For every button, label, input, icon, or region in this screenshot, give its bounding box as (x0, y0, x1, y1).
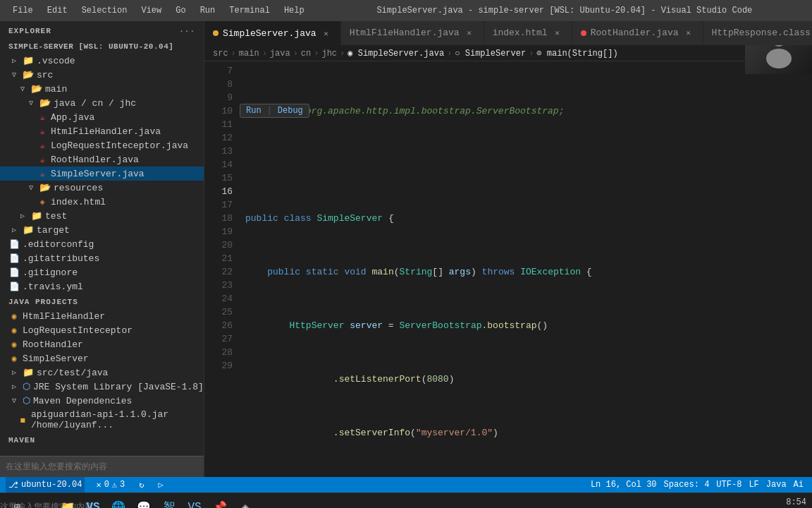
line-numbers: 7 8 9 10 11 12 13 14 15 16 17 18 19 20 2… (204, 61, 240, 477)
breadcrumb-java[interactable]: java (270, 49, 290, 59)
breadcrumb-main-method[interactable]: ⊙ main(String[]) (536, 48, 617, 59)
java-file-icon: ☕ (37, 168, 48, 179)
folder-open-icon: 📂 (39, 97, 51, 109)
explorer-header[interactable]: EXPLORER ··· (0, 21, 204, 41)
status-encoding[interactable]: UTF-8 (713, 480, 744, 490)
taskbar-smartisans[interactable]: 智 (158, 496, 180, 509)
breadcrumb-jhc[interactable]: jhc (321, 49, 337, 59)
tree-apiguardian[interactable]: ◼ apiguardian-api-1.1.0.jar /home/luyanf… (0, 408, 204, 432)
tree-item-label: App.java (51, 112, 94, 123)
tree-jre-system[interactable]: ▷ ⬡ JRE System Library [JavaSE-1.8] (0, 380, 204, 394)
status-sync[interactable]: ↻ (136, 477, 147, 492)
status-errors[interactable]: ✕ 0 ⚠ 3 (93, 477, 128, 492)
code-line-13: .setServerInfo("myserver/1.0") (242, 426, 812, 440)
statusbar: ⎇ ubuntu-20.04 ✕ 0 ⚠ 3 ↻ ▷ Ln 16, Col 30… (0, 477, 812, 492)
tree-vscode[interactable]: ▷ 📁 .vscode (0, 54, 204, 68)
code-line-7: import org.apache.http.impl.bootstrap.Se… (242, 104, 812, 118)
menu-edit[interactable]: Edit (42, 4, 73, 17)
breadcrumb-simpleserver-file[interactable]: ◉ SimpleServer.java (347, 48, 444, 59)
tab-httpresponse[interactable]: HttpResponse.class ✕ (703, 21, 813, 45)
taskbar-browser1[interactable]: 🌐 (107, 496, 130, 509)
taskbar-tray[interactable]: 8:54 2021/9/1 (784, 496, 806, 509)
taskbar-search[interactable] (31, 496, 54, 509)
menu-help[interactable]: Help (278, 4, 310, 17)
tab-label: SimpleServer.java (223, 28, 316, 39)
tab-htmlfilehandler[interactable]: HtmlFileHandler.java ✕ (341, 21, 484, 45)
titlebar-menu: File Edit Selection View Go Run Terminal… (7, 4, 310, 17)
tree-simpleserver[interactable]: ☕ SimpleServer.java (0, 167, 204, 181)
tree-gitignore[interactable]: 📄 .gitignore (0, 265, 204, 279)
status-run-debug[interactable]: ▷ (156, 477, 166, 492)
tab-close-button[interactable]: ✕ (321, 28, 332, 39)
status-language[interactable]: Java (763, 480, 789, 490)
breadcrumb-src[interactable]: src (213, 49, 228, 59)
taskbar-vscode[interactable]: VS (82, 496, 104, 509)
jp-roothandler[interactable]: ◉ RootHandler (0, 337, 204, 351)
debug-link[interactable]: Debug (278, 106, 303, 116)
ai-label: Ai (794, 480, 804, 490)
status-line-ending[interactable]: LF (746, 480, 761, 490)
tree-htmlfilehandler[interactable]: ☕ HtmlFileHandler.java (0, 124, 204, 138)
breadcrumb-sep: › (231, 49, 236, 59)
warning-count: 3 (120, 480, 125, 490)
titlebar: File Edit Selection View Go Run Terminal… (0, 0, 812, 21)
search-input[interactable] (6, 462, 198, 472)
run-link[interactable]: Run (246, 106, 262, 116)
chevron-right-icon: ▷ (8, 367, 20, 378)
menu-go[interactable]: Go (170, 4, 191, 17)
tree-item-label: JRE System Library [JavaSE-1.8] (33, 382, 204, 392)
menu-file[interactable]: File (7, 4, 39, 17)
tree-gitattributes[interactable]: 📄 .gitattributes (0, 251, 204, 265)
status-branch[interactable]: ⎇ ubuntu-20.04 (6, 477, 85, 492)
bottom-search[interactable] (0, 456, 204, 477)
breadcrumb-main[interactable]: main (239, 49, 259, 59)
tree-app-java[interactable]: ☕ App.java (0, 110, 204, 124)
code-lines[interactable]: import org.apache.http.impl.bootstrap.Se… (240, 61, 812, 477)
taskbar-chat[interactable]: 💬 (133, 496, 155, 509)
status-spaces[interactable]: Spaces: 4 (661, 480, 713, 490)
tab-simpleserver[interactable]: SimpleServer.java ✕ (204, 21, 341, 45)
tree-java-cn-jhc[interactable]: ▽ 📂 java / cn / jhc (0, 96, 204, 110)
run-debug-bar[interactable]: Run | Debug (240, 104, 309, 118)
tree-target[interactable]: ▷ 📁 target (0, 223, 204, 237)
jp-htmlfilehandler[interactable]: ◉ HtmlFileHandler (0, 309, 204, 323)
tab-close-button[interactable]: ✕ (464, 28, 475, 39)
tree-logrequest[interactable]: ☕ LogRequestInteceptor.java (0, 138, 204, 152)
tab-roothandler[interactable]: RootHandler.java ✕ (572, 21, 703, 45)
explorer-more-icon[interactable]: ··· (179, 27, 195, 35)
status-ai[interactable]: Ai (791, 480, 806, 490)
tree-src[interactable]: ▽ 📂 src (0, 68, 204, 82)
tree-test[interactable]: ▷ 📁 test (0, 209, 204, 223)
menu-view[interactable]: View (135, 4, 167, 17)
chevron-right-icon: ▷ (17, 210, 28, 222)
breadcrumb-sep: › (447, 49, 452, 59)
menu-selection[interactable]: Selection (76, 4, 133, 17)
taskbar-extra[interactable]: ◈ (234, 496, 257, 509)
jp-simpleserver[interactable]: ◉ SimpleServer (0, 351, 204, 365)
taskbar-time: 8:54 (786, 497, 806, 507)
tree-maven-deps[interactable]: ▽ ⬡ Maven Dependencies (0, 394, 204, 408)
tree-travisyml[interactable]: 📄 .travis.yml (0, 279, 204, 294)
menu-terminal[interactable]: Terminal (223, 4, 276, 17)
jp-logrequest[interactable]: ◉ LogRequestInteceptor (0, 323, 204, 337)
tree-src-test-java[interactable]: ▷ 📁 src/test/java (0, 365, 204, 380)
tab-close-button[interactable]: ✕ (683, 28, 694, 39)
java-file-icon: ☕ (37, 154, 48, 165)
taskbar-search-input[interactable] (0, 502, 94, 509)
breadcrumb-cn[interactable]: cn (301, 49, 311, 59)
tab-close-button[interactable]: ✕ (552, 28, 563, 39)
code-container[interactable]: Run | Debug 7 8 9 10 11 12 13 14 15 16 1… (204, 61, 812, 477)
breadcrumb-simpleserver-class[interactable]: ○ SimpleServer (455, 49, 526, 59)
taskbar-file-manager[interactable]: 📁 (56, 496, 79, 509)
tab-index-html[interactable]: index.html ✕ (484, 21, 572, 45)
tree-main[interactable]: ▽ 📂 main (0, 82, 204, 96)
tree-index-html[interactable]: ◈ index.html (0, 195, 204, 209)
taskbar-app-vscode2[interactable]: VS (183, 496, 206, 509)
tree-editorconfig[interactable]: 📄 .editorconfig (0, 237, 204, 251)
taskbar-pin[interactable]: 📌 (209, 496, 231, 509)
status-right: Ln 16, Col 30 Spaces: 4 UTF-8 LF Java Ai (588, 480, 806, 490)
menu-run[interactable]: Run (195, 4, 221, 17)
tree-roothandler[interactable]: ☕ RootHandler.java (0, 152, 204, 167)
status-cursor[interactable]: Ln 16, Col 30 (588, 480, 660, 490)
tree-resources[interactable]: ▽ 📂 resources (0, 181, 204, 195)
